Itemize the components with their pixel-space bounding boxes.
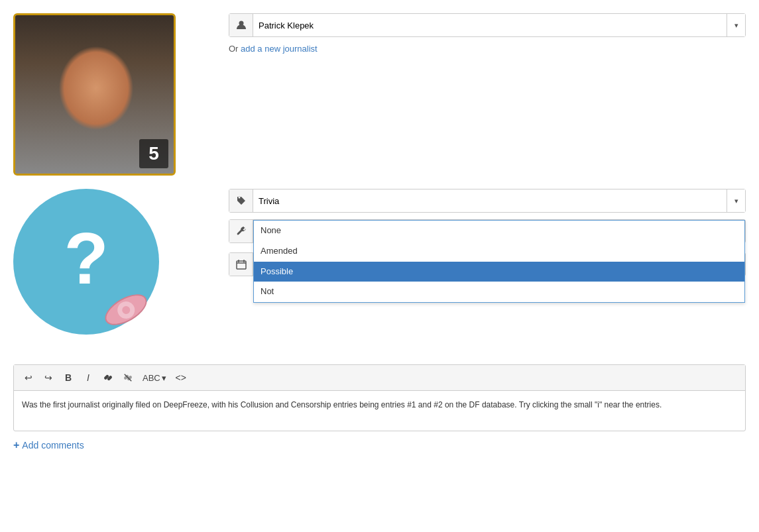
editor-toolbar: ↩ ↪ B I ABC ▾ <> <box>14 365 745 391</box>
dropdown-item-none[interactable]: None <box>254 221 744 241</box>
journalist-select-arrow: ▾ <box>727 14 745 36</box>
journalist-select[interactable]: Patrick Klepek <box>253 14 727 36</box>
left-column-question: ? <box>13 189 209 351</box>
bold-button[interactable]: B <box>59 369 78 386</box>
wrench-icon <box>229 220 253 242</box>
category-select[interactable]: Trivia General Ethics <box>253 189 727 212</box>
status-select-row: ▾ None Amended Possible Not <box>229 219 746 243</box>
status-dropdown-list: None Amended Possible Not <box>253 220 745 303</box>
journalist-section: 5 Patrick Klepek ▾ Or add a new journali… <box>13 13 746 176</box>
question-avatar: ? <box>13 189 176 351</box>
redo-button[interactable]: ↪ <box>39 369 58 386</box>
link-button[interactable] <box>99 369 117 386</box>
avatar-badge: 5 <box>139 139 168 168</box>
right-column-category: Trivia General Ethics ▾ ▾ None Amende <box>229 189 746 276</box>
question-mark-symbol: ? <box>64 222 108 295</box>
editor-section: ↩ ↪ B I ABC ▾ <> Was the first jour <box>13 364 746 431</box>
tag-icon <box>229 189 253 212</box>
undo-button[interactable]: ↩ <box>19 369 38 386</box>
source-button[interactable]: <> <box>172 369 190 386</box>
right-column-journalist: Patrick Klepek ▾ Or add a new journalist <box>229 13 746 54</box>
category-section: ? Trivia General Ethics ▾ <box>13 189 746 351</box>
dropdown-item-possible[interactable]: Possible <box>254 262 744 282</box>
spellcheck-button[interactable]: ABC ▾ <box>139 369 170 386</box>
plus-icon: + <box>13 439 19 451</box>
calendar-icon <box>229 253 253 276</box>
unlink-button[interactable] <box>119 369 137 386</box>
journalist-avatar: 5 <box>13 13 176 176</box>
left-column-journalist: 5 <box>13 13 209 176</box>
add-comments-label: Add comments <box>22 440 84 451</box>
svg-rect-1 <box>237 261 246 269</box>
editor-content[interactable]: Was the first journalist originally file… <box>14 391 745 431</box>
add-journalist-row: Or add a new journalist <box>229 44 746 54</box>
dropdown-item-not[interactable]: Not <box>254 282 744 302</box>
add-comments-button[interactable]: + Add comments <box>13 439 746 451</box>
category-select-arrow: ▾ <box>727 189 745 212</box>
person-icon <box>229 14 253 36</box>
italic-button[interactable]: I <box>79 369 97 386</box>
question-circle: ? <box>13 189 159 335</box>
journalist-select-row: Patrick Klepek ▾ <box>229 13 746 37</box>
dropdown-item-amended[interactable]: Amended <box>254 241 744 262</box>
category-select-row: Trivia General Ethics ▾ <box>229 189 746 213</box>
add-journalist-link[interactable]: add a new journalist <box>241 44 318 54</box>
